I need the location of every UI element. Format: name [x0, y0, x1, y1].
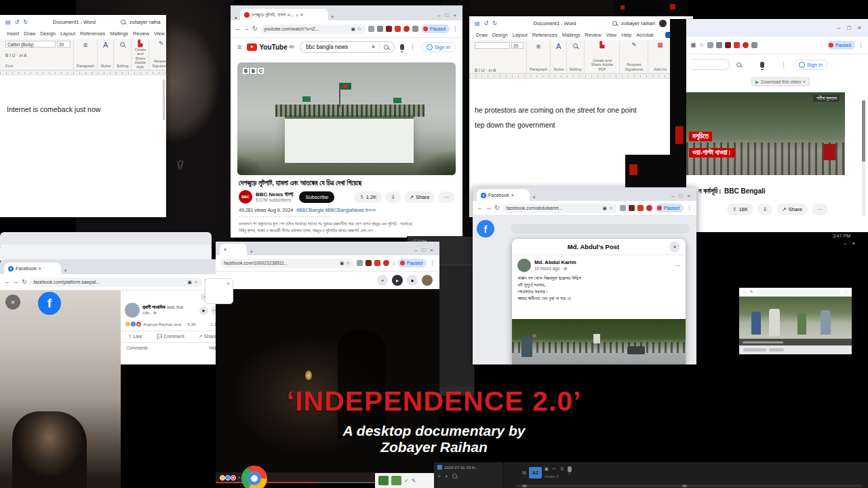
youtube-logo[interactable]: YouTube BD [247, 43, 294, 51]
font-size-select[interactable]: 20 [57, 41, 71, 48]
track-target-button[interactable]: A2 [529, 467, 542, 478]
address-bar[interactable]: youtube.com/watch?v=iZ... ▣ ☆ [260, 24, 366, 34]
forward-icon[interactable]: → [13, 279, 19, 285]
menu-dots-icon[interactable]: ⋮ [686, 205, 692, 211]
button-placeholder[interactable] [743, 348, 766, 352]
menu-dots-icon[interactable]: ⋮ [410, 44, 416, 50]
new-tab-button[interactable]: + [64, 268, 67, 274]
ribbon-tab[interactable]: References [80, 31, 105, 37]
mic-icon[interactable] [400, 44, 404, 50]
extension-icon[interactable] [620, 205, 626, 211]
subscribe-button[interactable]: Subscribe [299, 191, 334, 203]
profile-avatar[interactable] [422, 275, 433, 286]
bookmark-star-icon[interactable]: ☆ [346, 261, 350, 266]
post-menu-icon[interactable]: ⋯ [675, 263, 680, 269]
reload-icon[interactable]: ↻ [22, 279, 27, 285]
new-tab-button[interactable]: + [250, 249, 253, 255]
tab-list-button[interactable]: ▾ [235, 16, 237, 20]
ribbon-tab[interactable]: Draw [24, 31, 35, 37]
like-button[interactable]: ⇧1.2K [354, 191, 382, 203]
styles-group[interactable]: A Styles [551, 41, 567, 73]
search-input[interactable] [692, 59, 730, 70]
extension-icon[interactable] [368, 26, 374, 32]
video-thumbnail[interactable] [739, 297, 852, 339]
video-player[interactable]: শাহীনা সুলতানা মসূচিতে ওয়া-পাল্টা ধাওয়… [686, 92, 845, 175]
maximize-button[interactable]: □ [847, 24, 850, 31]
close-button[interactable]: × [852, 240, 855, 246]
tab-close-icon[interactable]: × [511, 193, 514, 198]
account-name[interactable]: zobayer raihan [130, 19, 161, 25]
ribbon-tab[interactable]: Draw [476, 32, 488, 38]
create-post-icon[interactable]: + [377, 275, 388, 286]
styles-group[interactable]: A Styles [98, 40, 114, 70]
tab-close-icon[interactable]: × [300, 12, 303, 17]
minimize-button[interactable]: – [414, 247, 417, 253]
minimize-button[interactable]: – [437, 12, 440, 18]
author-name[interactable]: Md. Abdul Karim [534, 259, 576, 265]
cast-icon[interactable]: ▣ [602, 206, 606, 211]
bookmark-star-icon[interactable]: ☆ [357, 26, 361, 32]
dislike-button[interactable]: ⇩ [385, 191, 400, 203]
more-button[interactable]: ⋯ [812, 204, 828, 215]
extension-icon[interactable] [377, 26, 383, 32]
word-titlebar[interactable]: ▤ ↺ ↻ Document1 - Word zobayer raihan [0, 15, 166, 29]
voiceover-mic-icon[interactable] [568, 466, 572, 472]
keyframe-icon[interactable]: ⊢ [553, 466, 557, 472]
word-titlebar[interactable]: ▤ ↺ ↻ Document1 - Word zobayer raihan – … [469, 16, 693, 30]
thumbnail[interactable] [391, 476, 401, 485]
adobe-pdf-button[interactable]: ▙ Create and Share Adobe PDF [585, 41, 620, 73]
minimize-button[interactable]: – [671, 193, 674, 199]
tab-close-icon[interactable]: × [39, 266, 41, 271]
ribbon-tab[interactable]: Design [492, 32, 508, 38]
cast-icon[interactable]: ▣ [187, 280, 191, 285]
account-name[interactable]: zobayer raihan [621, 20, 655, 26]
reload-icon[interactable]: ↻ [252, 26, 258, 32]
forward-icon[interactable]: → [243, 26, 250, 32]
tab-close-icon[interactable]: × [224, 247, 226, 252]
back-icon[interactable]: ← [743, 290, 747, 294]
minimize-button[interactable]: – [837, 24, 840, 31]
extension-icon[interactable] [366, 260, 372, 266]
back-icon[interactable]: ← [235, 26, 241, 32]
like-button[interactable]: ⇧18K [727, 204, 753, 215]
search-icon[interactable] [452, 474, 457, 478]
ribbon-tab[interactable]: Review [585, 32, 601, 38]
ribbon-tab[interactable]: Review [133, 31, 149, 37]
close-button[interactable]: × [687, 193, 690, 199]
live-author-name[interactable]: প্রবাসী সাংবাদিক [142, 305, 165, 309]
extension-icon[interactable] [403, 26, 410, 32]
search-icon[interactable] [121, 20, 125, 24]
address-bar[interactable] [757, 290, 841, 295]
scrollbar[interactable] [163, 79, 165, 120]
author-avatar[interactable] [517, 259, 531, 272]
redo-icon[interactable]: ↻ [23, 19, 28, 25]
signin-button[interactable]: Sign in [793, 60, 828, 70]
font-format-buttons[interactable]: B I U · x² A [475, 68, 496, 73]
maximize-button[interactable]: □ [422, 247, 425, 253]
bookmark-star-icon[interactable]: ☆ [194, 280, 198, 285]
extension-icon[interactable] [637, 205, 644, 211]
extension-icon[interactable] [707, 42, 713, 48]
request-signatures-button[interactable]: ✎ Request Signatures [620, 41, 648, 73]
extension-icon[interactable] [646, 205, 652, 211]
close-button[interactable]: × [430, 247, 433, 253]
save-icon[interactable]: ▤ [5, 19, 11, 25]
watch-icon[interactable]: ▸ [199, 306, 208, 315]
paused-extension-badge[interactable]: Paused [398, 259, 427, 267]
search-icon[interactable] [384, 45, 389, 50]
address-bar[interactable]: facebook.com/abdulkarim... ▣ ☆ [502, 204, 617, 213]
cast-icon[interactable]: ▣ [690, 42, 696, 48]
share-button[interactable]: ↗ Share [199, 334, 217, 339]
video-hashtags[interactable]: #BBCBangla #BBCBanglaNews #বাংলা [296, 208, 376, 213]
browser-tab[interactable]: f Facebook × [477, 189, 530, 201]
facebook-logo[interactable]: f [477, 220, 494, 238]
clip-name[interactable]: 2024-07-31 19 th... [444, 466, 479, 470]
new-tab-button[interactable]: + [532, 195, 536, 201]
ribbon-tab[interactable]: View [606, 32, 617, 38]
extension-icon[interactable] [751, 42, 757, 48]
ribbon-tab[interactable]: Layout [60, 31, 75, 37]
back-icon[interactable]: ← [4, 279, 10, 285]
media-paused-popup[interactable]: × [205, 278, 233, 304]
editing-group[interactable]: Editing [114, 40, 132, 70]
reload-icon[interactable]: ↻ [750, 290, 753, 294]
